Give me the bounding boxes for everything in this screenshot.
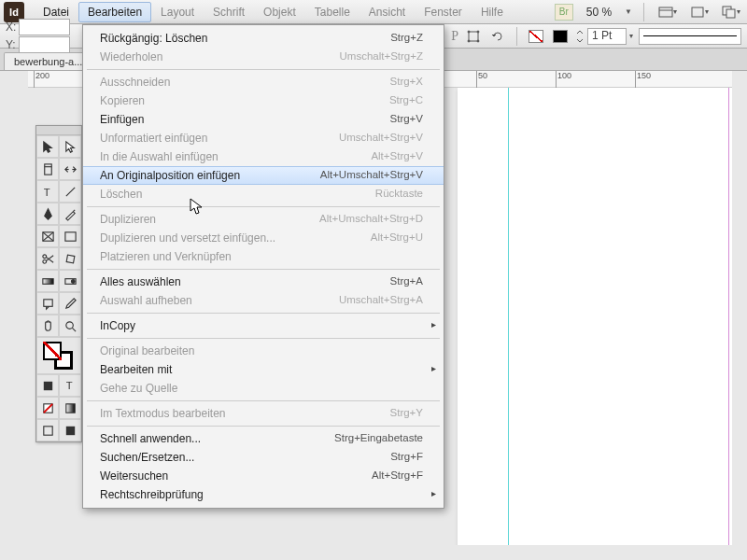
menu-item-shortcut: Strg+Y [390,407,423,420]
bridge-button[interactable]: Br [555,4,573,21]
view-options-icon[interactable]: ▾ [655,3,680,21]
menu-item[interactable]: EinfügenStrg+V [83,110,444,129]
svg-rect-42 [43,426,51,434]
menu-item-label: Original bearbeiten [100,344,194,357]
transform-icon[interactable] [464,28,483,45]
menu-bearbeiten[interactable]: Bearbeiten [78,2,151,22]
menu-item-label: Auswahl aufheben [100,294,192,307]
direct-selection-tool-icon[interactable] [59,135,81,158]
rectangle-frame-tool-icon[interactable] [36,225,59,247]
stroke-dropdown-icon[interactable]: ▾ [629,32,633,40]
note-tool-icon[interactable] [36,292,59,315]
zoom-level[interactable]: 50 % [581,6,617,19]
apply-color-icon[interactable] [36,374,59,397]
pen-tool-icon[interactable] [36,203,59,225]
menu-ansicht[interactable]: Ansicht [359,2,415,22]
zoom-dropdown-icon[interactable]: ▼ [625,7,632,16]
menu-item[interactable]: Alles auswählenStrg+A [83,273,444,291]
menu-item[interactable]: An Originalposition einfügenAlt+Umschalt… [83,166,444,185]
menu-item: WiederholenUmschalt+Strg+Z [83,48,444,66]
tools-panel: T T [35,125,82,442]
pencil-tool-icon[interactable] [59,203,81,225]
menu-separator [87,69,440,70]
menu-item-label: Im Textmodus bearbeiten [100,407,226,420]
ruler-tick: 200 [34,71,49,88]
apply-gradient-icon[interactable] [59,397,81,419]
default-fill-icon[interactable] [43,342,62,360]
menu-item-label: Alles auswählen [100,275,181,288]
menu-item: Original bearbeiten [83,342,444,360]
arrange-icon[interactable]: ▾ [719,3,743,21]
gradient-swatch-tool-icon[interactable] [36,270,59,292]
svg-point-13 [468,40,470,42]
svg-rect-34 [43,299,51,306]
stroke-style-select[interactable] [639,28,741,45]
preview-view-icon[interactable] [59,419,81,441]
menu-item-shortcut: Strg+V [390,113,423,126]
menu-separator [87,313,440,314]
menu-layout[interactable]: Layout [151,2,204,22]
rectangle-tool-icon[interactable] [59,225,81,247]
menu-item-label: Duplizieren und versetzt einfügen... [100,231,275,245]
ruler-tick: 50 [476,71,487,88]
svg-rect-37 [43,381,51,389]
stepper-icon[interactable] [575,29,585,44]
menu-item-label: Unformatiert einfügen [100,132,207,145]
gradient-feather-tool-icon[interactable] [59,270,81,292]
menu-objekt[interactable]: Objekt [254,2,305,22]
hand-tool-icon[interactable] [36,315,59,337]
panel-grip[interactable] [36,126,81,135]
line-tool-icon[interactable] [59,180,81,203]
menu-item-shortcut: Strg+A [390,275,423,288]
menu-item[interactable]: Rechtschreibprüfung [83,485,444,504]
document-tab[interactable]: bewerbung-a... [4,52,92,70]
y-input[interactable] [19,36,70,53]
menu-item-shortcut: Alt+Umschalt+Strg+V [320,169,423,182]
menu-item[interactable]: Schnell anwenden...Strg+Eingabetaste [83,429,444,448]
menu-tabelle[interactable]: Tabelle [305,2,359,22]
x-input[interactable] [19,19,70,35]
menu-item-shortcut: Strg+F [390,451,423,464]
gap-tool-icon[interactable] [59,158,81,180]
menu-item[interactable]: WeitersuchenAlt+Strg+F [83,467,444,485]
menu-item[interactable]: InCopy [83,316,444,335]
menu-item[interactable]: Bearbeiten mit [83,360,444,379]
svg-point-33 [71,279,75,283]
scissors-tool-icon[interactable] [36,247,59,270]
free-transform-tool-icon[interactable] [59,247,81,270]
normal-view-icon[interactable] [36,419,59,441]
type-tool-icon[interactable]: T [36,180,59,203]
svg-rect-4 [726,9,735,18]
menu-item-label: Rückgängig: Löschen [100,32,207,45]
page-tool-icon[interactable] [36,158,59,180]
apply-none-icon[interactable] [36,397,59,419]
menu-item[interactable]: Suchen/Ersetzen...Strg+F [83,448,444,467]
stroke-swatch[interactable] [551,28,570,45]
svg-line-21 [73,209,75,211]
menu-item-label: InCopy [100,319,135,332]
fill-stroke-swatch[interactable] [36,337,81,374]
menu-separator [87,426,440,427]
menu-item-label: Gehe zu Quelle [100,382,177,395]
guide-cyan[interactable] [508,88,509,545]
menu-hilfe[interactable]: Hilfe [472,2,513,22]
screen-mode-icon[interactable]: ▾ [687,3,712,21]
menu-item: DuplizierenAlt+Umschalt+Strg+D [83,210,444,229]
menu-schrift[interactable]: Schrift [204,2,254,22]
y-label: Y: [6,38,16,51]
svg-line-20 [65,187,74,195]
zoom-tool-icon[interactable] [59,315,81,337]
eyedropper-tool-icon[interactable] [59,292,81,315]
rotate-icon[interactable] [488,28,507,45]
paragraph-icon[interactable]: P [451,29,458,44]
guide-magenta[interactable] [728,88,729,545]
svg-point-27 [42,259,46,263]
formatting-text-icon[interactable]: T [59,374,81,397]
fill-swatch[interactable] [527,28,545,45]
menu-item: AusschneidenStrg+X [83,73,444,91]
menu-fenster[interactable]: Fenster [415,2,472,22]
selection-tool-icon[interactable] [36,135,59,158]
menu-item[interactable]: Rückgängig: LöschenStrg+Z [83,29,444,48]
stroke-weight-input[interactable]: 1 Pt [587,28,627,45]
menu-item-shortcut: Rücktaste [375,188,423,201]
